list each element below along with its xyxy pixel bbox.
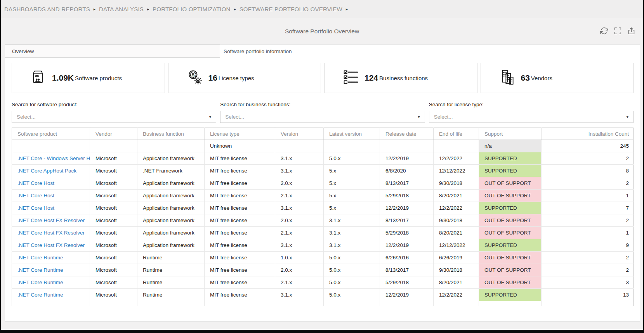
fullscreen-icon[interactable] [614,27,622,35]
chevron-down-icon: ▾ [418,114,420,119]
cell-business-function: Application framework [137,227,205,239]
breadcrumb-item-label[interactable]: DATA ANALYSIS [99,6,144,12]
kpi-label: License types [219,75,254,81]
column-header-license-type[interactable]: License type [205,128,275,140]
cell-version: 1.0.x [275,252,324,264]
column-header-installation-count[interactable]: Installation Count [542,128,634,140]
license-type-select[interactable]: Select... ▾ [429,111,634,123]
software-product-link[interactable]: .NET Core Runtime [17,267,63,273]
cell-end-of-life: 6/26/2019 [434,252,479,264]
breadcrumb-item[interactable]: DASHBOARDS AND REPORTS ▸ [4,6,99,12]
cell-latest-version [324,140,380,152]
cell-business-function: Application framework [137,202,205,214]
filter-business-functions: Search for business functions: Select...… [220,102,425,123]
column-header-support[interactable]: Support [479,128,542,140]
software-product-link[interactable]: .NET Core Host [17,180,54,186]
breadcrumb-item-label[interactable]: SOFTWARE PORTFOLIO OVERVIEW [240,6,342,12]
cell-release-date: 12/2/2019 [380,289,434,301]
cell-business-function: Runtime [137,252,205,264]
cell-software-product: .NET Core Host [12,190,90,202]
tab-overview[interactable]: Overview [5,45,220,58]
chevron-down-icon: ▾ [209,114,212,119]
cell-vendor: Microsoft [90,276,137,289]
cell-installation-count: 2 [542,264,634,276]
business-functions-select[interactable]: Select... ▾ [220,111,425,123]
refresh-icon[interactable] [600,27,608,35]
cell-version: 3.1.x [275,239,324,252]
cell-business-function [137,301,205,306]
tab-software-portfolio-information[interactable]: Software portfolio information [224,45,292,58]
cell-license-type: MIT free license [205,165,275,177]
breadcrumb-item-label[interactable]: PORTFOLIO OPTIMIZATION [153,6,231,12]
cell-software-product: .NET Core Host [12,202,90,214]
cell-version: 3.1.x [275,202,324,214]
cell-installation-count: 13 [542,289,634,301]
software-product-link[interactable]: .NET Core Host FX Resolver [17,217,85,223]
select-placeholder: Select... [225,114,244,120]
breadcrumb-item[interactable]: DATA ANALYSIS ▸ [99,6,153,12]
column-header-vendor[interactable]: Vendor [90,128,137,140]
cell-business-function: Runtime [137,289,205,301]
cell-vendor: Microsoft [90,264,137,276]
software-product-link[interactable]: .NET Core Runtime [17,280,63,285]
breadcrumb-separator-icon: ▸ [147,7,149,11]
column-header-end-of-life[interactable]: End of life [434,128,479,140]
export-icon[interactable] [627,27,635,35]
table-row: .NET Core - Windows Server H... Microsof… [12,152,634,165]
kpi-value: 63 [521,73,530,83]
column-header-version[interactable]: Version [275,128,324,140]
column-header-latest-version[interactable]: Latest version [324,128,380,140]
breadcrumb-item[interactable]: SOFTWARE PORTFOLIO OVERVIEW ▸ [240,6,351,12]
table-row: .NET Core Runtime Microsoft Runtime MIT … [12,252,634,264]
cell-license-type: MIT free license [205,190,275,202]
software-product-link[interactable]: .NET Core AppHost Pack [17,168,76,174]
dashboard-panel: Overview Software portfolio information [5,44,640,322]
software-product-link[interactable]: .NET Core Runtime [17,255,63,261]
cell-license-type: MIT free license [205,239,275,252]
cell-business-function: Application framework [137,177,205,190]
buildings-icon [499,69,516,87]
cell-vendor: Microsoft [90,252,137,264]
cell-support-status-badge: OUT OF SUPPORT [479,252,542,264]
breadcrumb-item-label[interactable]: DASHBOARDS AND REPORTS [4,6,90,12]
breadcrumb-item[interactable]: PORTFOLIO OPTIMIZATION ▸ [153,6,240,12]
dashboard-header: Software Portfolio Overview [1,18,643,44]
cell-license-type: MIT free license [205,214,275,227]
cell-version: 2.0.x [275,264,324,276]
cell-vendor [90,301,137,306]
cell-license-type: MIT free license [205,252,275,264]
table-row: .NET Core Host Microsoft Application fra… [12,177,634,190]
cell-end-of-life: 12/12/2022 [434,239,479,252]
cell-license-type: MIT free license [205,264,275,276]
software-product-select[interactable]: Select... ▾ [12,111,216,123]
cell-support-status-badge: OUT OF SUPPORT [479,276,542,289]
cell-release-date [380,140,434,152]
cell-vendor: Microsoft [90,214,137,227]
cell-latest-version: 5.x [324,190,380,202]
software-product-link[interactable]: .NET Core Host [17,205,54,211]
cell-release-date: 8/13/2017 [380,177,434,190]
software-product-link[interactable]: .NET Core - Windows Server H... [17,155,90,161]
column-header-business-function[interactable]: Business function [137,128,205,140]
cell-installation-count: 7 [542,202,634,214]
cell-latest-version: 5.0.x [324,289,380,301]
cell-end-of-life: 12/2/2022 [434,289,479,301]
cell-release-date: 12/2/2019 [380,152,434,165]
cell-installation-count: 2 [542,152,634,165]
table-row: Unknown n/a 245 [12,140,634,152]
cell-license-type: Unknown [205,140,275,152]
cell-license-type: MIT free license [205,177,275,190]
table-row: .NET Core Host Microsoft Application fra… [12,202,634,214]
cell-support-status-badge: SUPPORTED [479,165,542,177]
software-product-link[interactable]: .NET Core Host [17,193,54,198]
software-product-link[interactable]: .NET Core Host FX Resolver [17,230,85,236]
cell-support-status-badge: OUT OF SUPPORT [479,264,542,276]
dollar-gear-icon: $ [186,69,203,87]
column-header-software-product[interactable]: Software product [12,128,90,140]
cell-latest-version: 5.0.x [324,152,380,165]
column-header-release-date[interactable]: Release date [380,128,434,140]
software-product-link[interactable]: .NET Core Runtime [17,292,63,298]
cell-business-function [137,140,205,152]
cell-software-product: .NET Core - Windows Server H... [12,152,90,165]
software-product-link[interactable]: .NET Core Host FX Resolver [17,242,85,248]
